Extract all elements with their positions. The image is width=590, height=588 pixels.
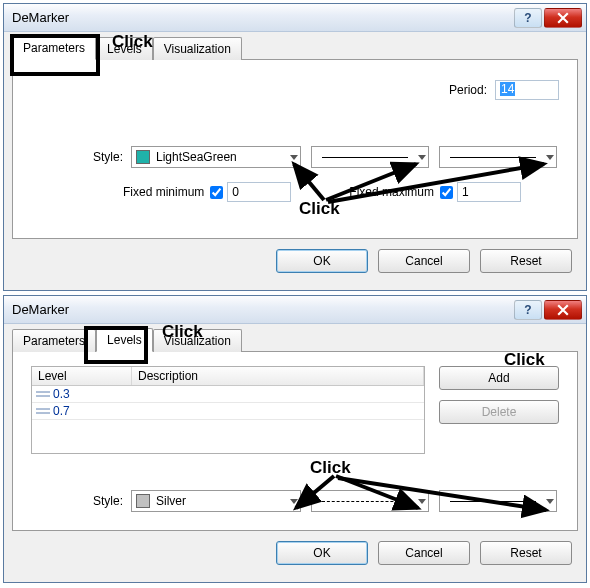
ok-button[interactable]: OK [276,541,368,565]
help-button[interactable]: ? [514,8,542,28]
button-row: OK Cancel Reset [12,531,578,569]
dialog-levels: DeMarker ? Parameters Levels Visualizati… [3,295,587,583]
chevron-down-icon [546,155,554,160]
add-button[interactable]: Add [439,366,559,390]
tab-levels[interactable]: Levels [96,328,153,352]
tab-panel-levels: Level Description 0.3 0.7 [12,351,578,531]
help-icon: ? [524,303,531,317]
reset-button[interactable]: Reset [480,249,572,273]
titlebar: DeMarker ? [4,296,586,324]
col-description: Description [132,367,424,385]
dialog-parameters: DeMarker ? Parameters Levels Visualizati… [3,3,587,291]
close-icon [557,12,569,24]
client-area: Parameters Levels Visualization Period: … [4,32,586,285]
table-row[interactable]: 0.7 [32,403,424,420]
line-preview-icon [322,501,408,502]
levels-grid[interactable]: Level Description 0.3 0.7 [31,366,425,454]
fixed-min-checkbox[interactable] [210,186,223,199]
chevron-down-icon [418,155,426,160]
style-line-select[interactable] [311,146,429,168]
color-swatch-icon [136,494,150,508]
client-area: Parameters Levels Visualization Level De… [4,324,586,577]
close-button[interactable] [544,300,582,320]
line-preview-icon [322,157,408,158]
tabstrip: Parameters Levels Visualization [12,328,578,352]
grid-header: Level Description [32,367,424,386]
style-label: Style: [31,494,123,508]
ok-button[interactable]: OK [276,249,368,273]
tabstrip: Parameters Levels Visualization [12,36,578,60]
fixed-max-label: Fixed maximum [349,185,434,199]
tab-visualization[interactable]: Visualization [153,329,242,352]
chevron-down-icon [290,499,298,504]
tab-parameters[interactable]: Parameters [12,36,96,60]
style-color-select[interactable]: LightSeaGreen [131,146,301,168]
level-value: 0.3 [53,387,70,401]
close-icon [557,304,569,316]
cancel-button[interactable]: Cancel [378,541,470,565]
period-label: Period: [449,83,487,97]
fixed-max-input[interactable] [457,182,521,202]
cancel-button[interactable]: Cancel [378,249,470,273]
close-button[interactable] [544,8,582,28]
style-width-select[interactable] [439,146,557,168]
style-color-name: Silver [156,494,186,508]
dialog-title: DeMarker [12,10,512,25]
table-row[interactable]: 0.3 [32,386,424,403]
fixed-min-label: Fixed minimum [123,185,204,199]
tab-panel-parameters: Period: 14 Style: LightSeaGreen [12,59,578,239]
style-width-select[interactable] [439,490,557,512]
col-level: Level [32,367,132,385]
style-label: Style: [31,150,123,164]
level-line-icon [36,389,50,399]
level-value: 0.7 [53,404,70,418]
level-description [132,403,424,419]
period-input[interactable]: 14 [495,80,559,100]
style-color-name: LightSeaGreen [156,150,237,164]
tab-parameters[interactable]: Parameters [12,329,96,352]
fixed-max-checkbox[interactable] [440,186,453,199]
dialog-title: DeMarker [12,302,512,317]
help-icon: ? [524,11,531,25]
line-preview-icon [450,501,536,502]
fixed-min-input[interactable] [227,182,291,202]
tab-visualization[interactable]: Visualization [153,37,242,60]
style-color-select[interactable]: Silver [131,490,301,512]
reset-button[interactable]: Reset [480,541,572,565]
color-swatch-icon [136,150,150,164]
chevron-down-icon [546,499,554,504]
style-line-select[interactable] [311,490,429,512]
button-row: OK Cancel Reset [12,239,578,277]
titlebar: DeMarker ? [4,4,586,32]
help-button[interactable]: ? [514,300,542,320]
level-line-icon [36,406,50,416]
delete-button[interactable]: Delete [439,400,559,424]
line-preview-icon [450,157,536,158]
chevron-down-icon [290,155,298,160]
chevron-down-icon [418,499,426,504]
tab-levels[interactable]: Levels [96,37,153,60]
period-value: 14 [500,82,515,96]
level-description [132,386,424,402]
